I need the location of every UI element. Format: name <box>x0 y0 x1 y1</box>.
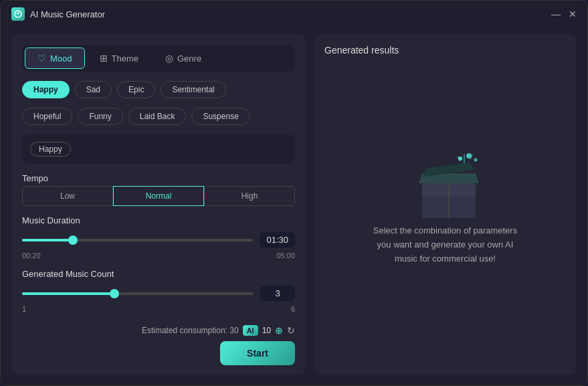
count-max-label: 6 <box>291 305 295 313</box>
duration-max-label: 05:00 <box>276 252 295 260</box>
title-controls: — ✕ <box>551 9 577 19</box>
credits-count: 10 <box>262 326 271 335</box>
mood-chips-row2: Hopeful Funny Laid Back Suspense <box>22 108 295 125</box>
slider-thumb-count[interactable] <box>110 289 119 298</box>
slider-fill-duration <box>22 239 73 242</box>
tempo-low[interactable]: Low <box>22 186 113 206</box>
music-duration-row: 01:30 <box>22 232 295 248</box>
chip-suspense[interactable]: Suspense <box>191 108 250 125</box>
chip-hopeful[interactable]: Hopeful <box>22 108 72 125</box>
box-illustration <box>412 153 479 213</box>
music-count-label: Generated Music Count <box>22 269 295 279</box>
app-title: AI Music Generator <box>30 9 105 19</box>
estimated-label: Estimated consumption: 30 <box>142 326 239 335</box>
tab-mood[interactable]: ♡ Mood <box>25 47 85 69</box>
app-window: AI Music Generator — ✕ ♡ Mood ⊞ Theme ◎ <box>0 0 588 386</box>
music-duration-slider[interactable] <box>22 233 253 247</box>
ai-badge: AI <box>243 325 258 336</box>
chip-laidback[interactable]: Laid Back <box>128 108 187 125</box>
title-bar: AI Music Generator — ✕ <box>1 1 587 27</box>
duration-min-label: 00:20 <box>22 252 41 260</box>
music-count-value: 3 <box>260 286 295 301</box>
svg-point-0 <box>15 11 21 17</box>
tab-mood-label: Mood <box>50 54 72 64</box>
right-panel: Generated results <box>314 34 577 375</box>
music-duration-label: Music Duration <box>22 215 295 225</box>
plus-icon[interactable]: ⊕ <box>275 325 283 336</box>
tab-theme[interactable]: ⊞ Theme <box>88 47 151 69</box>
chip-sad[interactable]: Sad <box>75 81 112 98</box>
music-duration-labels: 00:20 05:00 <box>22 252 295 260</box>
tabs-row: ♡ Mood ⊞ Theme ◎ Genre <box>22 45 295 72</box>
refresh-icon[interactable]: ↻ <box>287 325 295 336</box>
selected-tag-happy: Happy <box>30 142 71 157</box>
count-min-label: 1 <box>22 305 26 313</box>
slider-fill-count <box>22 292 114 295</box>
bottom-area: Estimated consumption: 30 AI 10 ⊕ ↻ Star… <box>22 322 295 365</box>
slider-track-count <box>22 292 254 295</box>
empty-state-text: Select the combination of parameters you… <box>372 224 519 266</box>
music-count-labels: 1 6 <box>22 305 295 313</box>
theme-icon: ⊞ <box>100 53 108 64</box>
music-count-row: 3 <box>22 286 295 301</box>
empty-state: Select the combination of parameters you… <box>324 56 566 364</box>
chip-epic[interactable]: Epic <box>117 81 155 98</box>
estimated-row: Estimated consumption: 30 AI 10 ⊕ ↻ <box>22 325 295 336</box>
music-count-slider[interactable] <box>22 287 254 300</box>
tab-genre-label: Genre <box>177 54 201 64</box>
chip-happy[interactable]: Happy <box>22 81 70 98</box>
chip-funny[interactable]: Funny <box>78 108 122 125</box>
box-svg <box>412 153 486 220</box>
tempo-label: Tempo <box>22 173 295 183</box>
tempo-high[interactable]: High <box>204 186 295 206</box>
tempo-section: Tempo Low Normal High <box>22 173 295 206</box>
slider-track-duration <box>22 239 253 242</box>
tab-theme-label: Theme <box>112 54 138 64</box>
tempo-buttons: Low Normal High <box>22 186 295 206</box>
chip-sentimental[interactable]: Sentimental <box>161 81 225 98</box>
generated-results-title: Generated results <box>324 45 399 56</box>
mood-chips-row1: Happy Sad Epic Sentimental <box>22 81 295 98</box>
title-bar-left: AI Music Generator <box>11 7 551 21</box>
genre-icon: ◎ <box>165 53 173 64</box>
close-button[interactable]: ✕ <box>569 9 577 19</box>
app-icon <box>11 7 25 21</box>
main-content: ♡ Mood ⊞ Theme ◎ Genre Happy Sad Epic Se… <box>1 27 587 385</box>
selected-tags-area: Happy <box>22 134 295 164</box>
start-button[interactable]: Start <box>220 341 295 365</box>
music-duration-section: Music Duration 01:30 00:20 05:00 <box>22 215 295 260</box>
mood-icon: ♡ <box>37 53 46 64</box>
music-count-section: Generated Music Count 3 1 6 <box>22 269 295 313</box>
slider-thumb-duration[interactable] <box>68 235 78 245</box>
minimize-button[interactable]: — <box>551 9 561 19</box>
svg-point-7 <box>474 159 477 162</box>
left-panel: ♡ Mood ⊞ Theme ◎ Genre Happy Sad Epic Se… <box>11 34 306 375</box>
music-duration-value: 01:30 <box>260 232 295 248</box>
tab-genre[interactable]: ◎ Genre <box>153 47 213 69</box>
tempo-normal[interactable]: Normal <box>113 186 204 206</box>
